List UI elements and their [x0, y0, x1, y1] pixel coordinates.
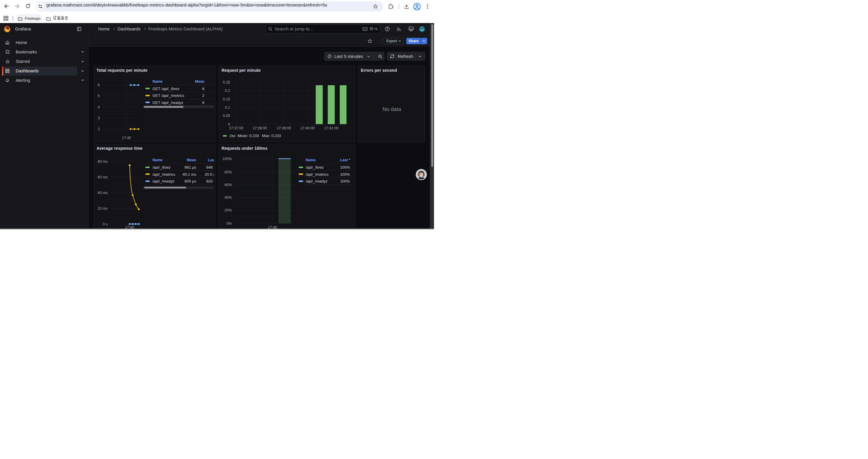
- svg-text:0.15: 0.15: [223, 97, 230, 101]
- svg-text:0.2: 0.2: [225, 89, 230, 93]
- svg-text:4: 4: [98, 105, 100, 109]
- svg-text:0%: 0%: [226, 222, 232, 226]
- svg-text:80%: 80%: [224, 170, 232, 174]
- svg-text:17:41:00: 17:41:00: [324, 126, 339, 130]
- svg-text:3: 3: [98, 116, 100, 120]
- svg-text:20%: 20%: [224, 208, 232, 212]
- svg-text:5: 5: [98, 94, 100, 98]
- svg-text:17:40:00: 17:40:00: [301, 126, 315, 130]
- svg-text:17:39:00: 17:39:00: [277, 126, 291, 130]
- svg-text:17:40: 17:40: [122, 136, 131, 140]
- svg-text:0.05: 0.05: [223, 114, 230, 118]
- svg-text:0.1: 0.1: [225, 105, 230, 109]
- svg-text:0 s: 0 s: [103, 222, 108, 226]
- svg-text:40 ms: 40 ms: [97, 191, 107, 195]
- svg-text:40%: 40%: [224, 196, 232, 200]
- svg-text:Max: 0.233: Max: 0.233: [262, 133, 281, 138]
- svg-text:20 ms: 20 ms: [97, 206, 107, 210]
- svg-text:Mean: 0.233: Mean: 0.233: [238, 133, 259, 138]
- svg-text:60 ms: 60 ms: [97, 175, 107, 179]
- svg-text:100%: 100%: [222, 157, 232, 161]
- svg-text:6: 6: [98, 83, 100, 87]
- svg-text:17:38:00: 17:38:00: [253, 126, 267, 130]
- svg-text:0.25: 0.25: [223, 80, 230, 84]
- svg-text:2: 2: [98, 127, 100, 131]
- svg-text:0: 0: [228, 122, 230, 126]
- svg-text:80 ms: 80 ms: [97, 160, 107, 164]
- svg-text:17:37:00: 17:37:00: [229, 126, 243, 130]
- svg-text:2xx: 2xx: [229, 133, 236, 138]
- svg-text:60%: 60%: [224, 183, 232, 187]
